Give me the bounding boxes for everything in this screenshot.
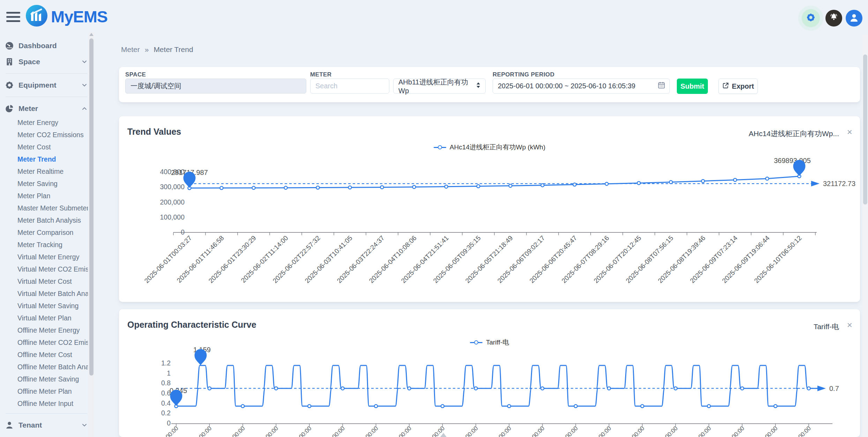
user-icon	[849, 12, 859, 24]
sidebar-item-offline-meter-saving[interactable]: Offline Meter Saving	[5, 373, 88, 385]
sidebar-item-meter-plan[interactable]: Meter Plan	[5, 190, 88, 202]
gear-icon	[806, 12, 816, 24]
svg-text:0: 0	[181, 228, 185, 236]
sidebar-section-tenant[interactable]: Tenant	[5, 417, 88, 433]
svg-text:0.6: 0.6	[161, 389, 171, 397]
app-logo[interactable]: MyEMS	[26, 5, 107, 28]
operating-curve-card: Operating Characteristic Curve Tariff-电 …	[119, 309, 860, 437]
gauge-icon	[5, 41, 14, 50]
sidebar-item-meter-tracking[interactable]: Meter Tracking	[5, 239, 88, 251]
meter-search-input[interactable]	[310, 79, 389, 94]
brand-name: MyEMS	[51, 7, 107, 26]
settings-button[interactable]	[802, 9, 820, 27]
sidebar-item-virtual-meter-co2-emissions[interactable]: Virtual Meter CO2 Emissions	[5, 263, 88, 275]
svg-text:00:00:00: 00:00:00	[225, 425, 246, 437]
logo-mark-icon	[26, 5, 47, 28]
sidebar-section-equipment[interactable]: Equipment	[5, 77, 88, 93]
sidebar-item-offline-meter-energy[interactable]: Offline Meter Energy	[5, 324, 88, 336]
svg-text:1: 1	[167, 369, 171, 377]
sidebar-item-meter-co2-emissions[interactable]: Meter CO2 Emissions	[5, 129, 88, 141]
meter-select-value: AHb11进线柜正向有功Wp	[398, 77, 476, 95]
sidebar-item-meter-realtime[interactable]: Meter Realtime	[5, 165, 88, 178]
sidebar-item-master-meter-submeters-balance[interactable]: Master Meter Submeters Balance	[5, 202, 88, 214]
svg-text:12:00:00: 12:00:00	[658, 425, 679, 437]
pie-chart-icon	[5, 104, 14, 113]
calendar-icon[interactable]	[658, 81, 665, 91]
export-button[interactable]: Export	[718, 79, 758, 94]
close-icon[interactable]: ×	[847, 320, 852, 329]
sidebar-item-virtual-meter-saving[interactable]: Virtual Meter Saving	[5, 300, 88, 312]
hamburger-menu-icon[interactable]	[6, 12, 22, 24]
topbar-actions	[802, 9, 862, 27]
svg-text:0: 0	[167, 419, 171, 427]
sidebar-item-virtual-meter-energy[interactable]: Virtual Meter Energy	[5, 251, 88, 263]
sidebar-item-meter-saving[interactable]: Meter Saving	[5, 178, 88, 190]
svg-text:0.8: 0.8	[161, 379, 171, 387]
meter-select[interactable]: AHb11进线柜正向有功Wp	[393, 79, 486, 94]
svg-text:00:00:00: 00:00:00	[758, 425, 779, 437]
breadcrumb-parent[interactable]: Meter	[121, 45, 140, 67]
sidebar-section-label: Equipment	[18, 81, 57, 89]
scroll-hint-icon[interactable]	[440, 433, 447, 437]
sidebar-section-label: Space	[18, 58, 40, 66]
gear-icon	[5, 81, 14, 90]
notifications-button[interactable]	[825, 10, 842, 27]
svg-text:200,000: 200,000	[160, 198, 185, 206]
sidebar-section-label: Tenant	[18, 421, 42, 429]
sidebar-divider	[6, 73, 87, 74]
legend-line-marker-icon	[434, 145, 446, 149]
sidebar-section-dashboard[interactable]: Dashboard	[5, 38, 88, 54]
user-avatar-button[interactable]	[846, 10, 862, 27]
reporting-period-label: REPORTING PERIOD	[493, 71, 554, 78]
close-icon[interactable]: ×	[847, 127, 852, 136]
svg-text:12:00:00: 12:00:00	[458, 425, 479, 437]
trend-chart-canvas[interactable]: 0100,000200,000300,000400,0002025-06-01T…	[119, 149, 860, 302]
sidebar-section-meter[interactable]: Meter	[5, 101, 88, 117]
space-input[interactable]	[125, 79, 306, 94]
occ-chart-canvas[interactable]: 00:00:0012:00:0000:00:0012:00:0000:00:00…	[119, 344, 860, 437]
sidebar-item-meter-cost[interactable]: Meter Cost	[5, 141, 88, 153]
sidebar-divider	[6, 97, 87, 97]
export-icon	[722, 82, 729, 91]
sidebar-scrollbar[interactable]	[89, 32, 94, 437]
scroll-up-icon[interactable]	[89, 33, 93, 36]
sidebar-item-meter-energy[interactable]: Meter Energy	[5, 117, 88, 129]
breadcrumb-separator: »	[145, 45, 149, 67]
select-updown-icon	[476, 82, 481, 90]
sidebar-item-meter-trend[interactable]: Meter Trend	[5, 153, 88, 165]
sidebar-item-offline-meter-input[interactable]: Offline Meter Input	[5, 398, 88, 410]
sidebar: DashboardSpaceEquipmentMeterMeter Energy…	[0, 35, 94, 437]
page-scrollbar[interactable]	[862, 35, 868, 437]
sidebar-item-meter-comparison[interactable]: Meter Comparison	[5, 227, 88, 239]
sidebar-item-meter-batch-analysis[interactable]: Meter Batch Analysis	[5, 214, 88, 227]
svg-text:12:00:00: 12:00:00	[392, 425, 413, 437]
svg-text:1.2: 1.2	[161, 359, 171, 367]
space-label: SPACE	[125, 71, 146, 78]
sidebar-item-virtual-meter-plan[interactable]: Virtual Meter Plan	[5, 312, 88, 324]
svg-text:12:00:00: 12:00:00	[259, 425, 279, 437]
sidebar-item-offline-meter-plan[interactable]: Offline Meter Plan	[5, 385, 88, 398]
chevron-down-icon	[81, 82, 88, 89]
page-scrollbar-thumb[interactable]	[863, 54, 867, 205]
occ-series-badge: Tariff-电	[814, 322, 839, 332]
sidebar-scrollbar-thumb[interactable]	[89, 38, 93, 376]
svg-text:100,000: 100,000	[160, 213, 185, 221]
svg-text:0.4: 0.4	[161, 399, 171, 407]
sidebar-item-virtual-meter-cost[interactable]: Virtual Meter Cost	[5, 275, 88, 288]
sidebar-item-offline-meter-cost[interactable]: Offline Meter Cost	[5, 349, 88, 361]
sidebar-item-offline-meter-batch-analysis[interactable]: Offline Meter Batch Analysis	[5, 361, 88, 373]
svg-text:00:00:00: 00:00:00	[691, 425, 712, 437]
sidebar-section-space[interactable]: Space	[5, 54, 88, 70]
svg-text:369893.005: 369893.005	[774, 157, 811, 164]
sidebar-item-virtual-meter-batch-analysis[interactable]: Virtual Meter Batch Analysis	[5, 288, 88, 300]
trend-series-badge: AHc14进线柜正向有功Wp...	[749, 129, 839, 139]
chevron-down-icon	[81, 58, 88, 65]
svg-text:00:00:00: 00:00:00	[625, 425, 646, 437]
sidebar-item-offline-meter-co2-emissions[interactable]: Offline Meter CO2 Emissions	[5, 336, 88, 349]
occ-card-title: Operating Characteristic Curve	[127, 320, 256, 330]
reporting-period-input[interactable]: 2025-06-01 00:00:00 ~ 2025-06-10 16:05:3…	[493, 79, 670, 94]
svg-text:12:00:00: 12:00:00	[725, 425, 746, 437]
sidebar-section-label: Meter	[18, 104, 38, 113]
bell-icon	[829, 13, 839, 24]
submit-button[interactable]: Submit	[677, 79, 708, 94]
